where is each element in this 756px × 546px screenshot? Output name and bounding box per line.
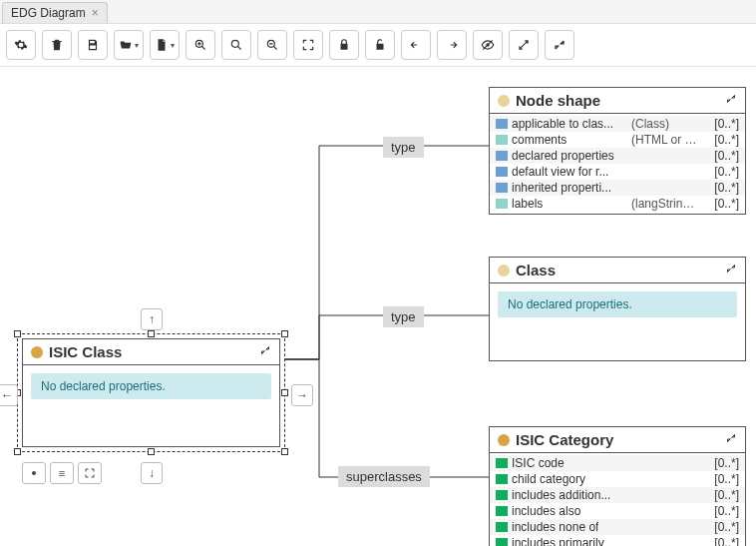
property-row[interactable]: declared properties[0..*] xyxy=(490,148,745,164)
property-type-icon xyxy=(496,490,508,500)
property-name: applicable to clas... xyxy=(512,117,621,131)
property-list: applicable to clas...(Class)[0..*]commen… xyxy=(490,114,745,214)
settings-button[interactable] xyxy=(6,30,36,60)
node-node-shape[interactable]: Node shape applicable to clas...(Class)[… xyxy=(489,87,746,215)
hide-button[interactable] xyxy=(473,30,503,60)
unlock-button[interactable] xyxy=(365,30,395,60)
node-header: ISIC Category xyxy=(490,427,745,453)
property-type-icon xyxy=(496,458,508,468)
node-body: No declared properties. xyxy=(490,283,745,325)
property-name: includes none of xyxy=(512,520,598,534)
tab-edg-diagram[interactable]: EDG Diagram × xyxy=(2,2,108,23)
zoom-in-button[interactable] xyxy=(186,30,215,60)
property-row[interactable]: includes primarily[0..*] xyxy=(490,535,745,546)
shape-dot-icon xyxy=(498,95,510,107)
property-row[interactable]: default view for r...[0..*] xyxy=(490,164,745,180)
edge-superclasses xyxy=(285,359,489,477)
fit-button[interactable] xyxy=(293,30,323,60)
property-name: default view for r... xyxy=(512,165,608,179)
svg-point-1 xyxy=(231,40,238,47)
property-type-icon xyxy=(496,199,508,209)
property-list: ISIC code[0..*]child category[0..*]inclu… xyxy=(490,453,745,546)
property-row[interactable]: labels(langString or stri...[0..*] xyxy=(490,196,745,212)
node-mini-toolbar: ≡ xyxy=(22,462,102,484)
property-name: includes primarily xyxy=(512,536,604,546)
property-row[interactable]: includes addition...[0..*] xyxy=(490,487,745,503)
collapse-icon[interactable] xyxy=(725,93,737,108)
property-row[interactable]: includes none of[0..*] xyxy=(490,519,745,535)
property-type-icon xyxy=(496,167,508,177)
node-fit-button[interactable] xyxy=(78,462,102,484)
property-cardinality: [0..*] xyxy=(701,456,739,470)
property-cardinality: [0..*] xyxy=(701,536,739,546)
property-name: includes also xyxy=(512,504,580,518)
collapse-icon[interactable] xyxy=(725,432,737,447)
close-icon[interactable]: × xyxy=(92,6,99,20)
edge-label-type-2[interactable]: type xyxy=(383,306,424,327)
lock-button[interactable] xyxy=(329,30,359,60)
edge-label-type-1[interactable]: type xyxy=(383,137,424,158)
new-doc-button[interactable]: ▾ xyxy=(150,30,180,60)
expand-button[interactable] xyxy=(509,30,539,60)
property-cardinality: [0..*] xyxy=(701,149,739,163)
property-type-icon xyxy=(496,119,508,129)
property-name: child category xyxy=(512,472,585,486)
property-row[interactable]: comments(HTML or langStri...[0..*] xyxy=(490,132,745,148)
nav-up-button[interactable]: ↑ xyxy=(141,308,163,330)
property-name: inherited properti... xyxy=(512,181,611,195)
property-cardinality: [0..*] xyxy=(701,117,739,131)
node-header: ISIC Class xyxy=(23,339,279,365)
property-row[interactable]: includes also[0..*] xyxy=(490,503,745,519)
edge-label-superclasses[interactable]: superclasses xyxy=(338,466,430,487)
collapse-button[interactable] xyxy=(545,30,574,60)
undo-button[interactable] xyxy=(401,30,431,60)
node-header: Node shape xyxy=(490,88,745,114)
property-name: declared properties xyxy=(512,149,614,163)
collapse-icon[interactable] xyxy=(259,344,271,359)
node-isic-category[interactable]: ISIC Category ISIC code[0..*]child categ… xyxy=(489,426,746,546)
diagram-canvas[interactable]: type type superclasses ISIC Class No dec… xyxy=(0,67,756,546)
property-type-icon xyxy=(496,135,508,145)
node-title: Node shape xyxy=(516,92,719,109)
property-type-icon xyxy=(496,151,508,161)
nav-down-button[interactable]: ↓ xyxy=(141,462,163,484)
property-type-icon xyxy=(496,538,508,546)
node-title: ISIC Category xyxy=(516,431,719,448)
class-dot-icon xyxy=(31,346,43,358)
property-row[interactable]: child category[0..*] xyxy=(490,471,745,487)
redo-button[interactable] xyxy=(437,30,467,60)
property-type: (HTML or langStri... xyxy=(625,133,697,147)
delete-button[interactable] xyxy=(42,30,72,60)
nav-right-button[interactable]: → xyxy=(291,384,313,406)
node-header: Class xyxy=(490,258,745,283)
nav-left-button[interactable]: ← xyxy=(0,384,18,406)
property-row[interactable]: applicable to clas...(Class)[0..*] xyxy=(490,116,745,132)
node-class[interactable]: Class No declared properties. xyxy=(489,257,746,361)
property-row[interactable]: ISIC code[0..*] xyxy=(490,455,745,471)
node-isic-class[interactable]: ISIC Class No declared properties. xyxy=(22,338,280,447)
node-settings-button[interactable] xyxy=(22,462,46,484)
node-title: ISIC Class xyxy=(49,343,253,360)
save-button[interactable] xyxy=(78,30,108,60)
node-list-button[interactable]: ≡ xyxy=(50,462,74,484)
no-properties-msg: No declared properties. xyxy=(31,373,271,399)
property-cardinality: [0..*] xyxy=(701,472,739,486)
property-type: (Class) xyxy=(625,117,697,131)
no-properties-msg: No declared properties. xyxy=(498,291,737,317)
open-button[interactable]: ▾ xyxy=(114,30,144,60)
property-cardinality: [0..*] xyxy=(701,165,739,179)
zoom-reset-button[interactable] xyxy=(221,30,251,60)
tab-bar: EDG Diagram × xyxy=(0,0,756,24)
property-type-icon xyxy=(496,474,508,484)
node-body: No declared properties. xyxy=(23,365,279,407)
zoom-out-button[interactable] xyxy=(257,30,287,60)
property-name: labels xyxy=(512,197,621,211)
property-row[interactable]: inherited properti...[0..*] xyxy=(490,180,745,196)
property-type-icon xyxy=(496,183,508,193)
property-cardinality: [0..*] xyxy=(701,181,739,195)
property-cardinality: [0..*] xyxy=(701,520,739,534)
property-type-icon xyxy=(496,506,508,516)
property-cardinality: [0..*] xyxy=(701,488,739,502)
collapse-icon[interactable] xyxy=(725,263,737,277)
shape-dot-icon xyxy=(498,265,510,276)
